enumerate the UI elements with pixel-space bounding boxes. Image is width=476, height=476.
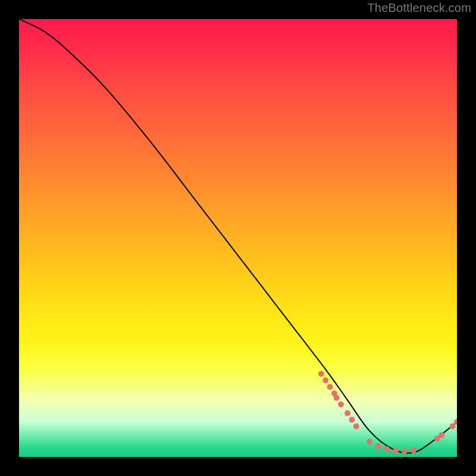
chart-marker-dot	[384, 446, 390, 452]
chart-marker-dot	[345, 410, 350, 416]
chart-marker-dot	[393, 448, 399, 454]
chart-marker-dot	[375, 443, 381, 449]
chart-marker-dot	[334, 395, 340, 401]
chart-marker-dot	[450, 424, 456, 430]
chart-markers	[318, 371, 457, 454]
chart-marker-dot	[338, 402, 344, 408]
chart-marker-dot	[353, 424, 359, 430]
chart-marker-dot	[327, 384, 333, 390]
chart-marker-dot	[322, 377, 328, 383]
chart-marker-dot	[410, 447, 416, 453]
chart-marker-dot	[439, 432, 444, 438]
chart-marker-dot	[318, 371, 324, 377]
chart-marker-dot	[349, 416, 355, 422]
chart-marker-dot	[367, 439, 372, 444]
chart-background-gradient	[19, 19, 457, 457]
chart-curve	[19, 19, 457, 453]
watermark-text: TheBottleneck.com	[367, 1, 471, 15]
chart-svg	[19, 19, 457, 457]
chart-marker-dot	[402, 448, 408, 454]
